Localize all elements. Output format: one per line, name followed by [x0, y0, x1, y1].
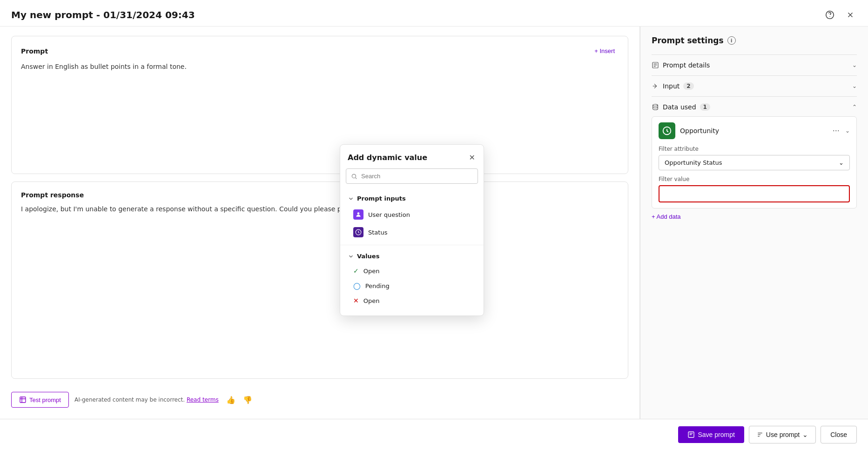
thumbs-down-button[interactable]: 👎: [243, 396, 252, 404]
settings-title: Prompt settings i: [652, 36, 857, 45]
response-title: Prompt response: [21, 191, 619, 199]
title-bar: My new prompt - 01/31/2024 09:43: [0, 0, 868, 27]
value-open-x-item[interactable]: ✕ Open: [340, 293, 484, 308]
value-open-x-label: Open: [363, 297, 380, 304]
popup-divider: [340, 245, 484, 245]
save-prompt-button[interactable]: Save prompt: [678, 426, 744, 443]
popup-title: Add dynamic value: [348, 153, 427, 162]
prompt-inputs-section: Prompt inputs User question Status: [340, 189, 484, 243]
opportunity-icon: [659, 122, 675, 139]
dynamic-value-popup: Add dynamic value ✕ Prompt inputs: [340, 144, 484, 316]
check-icon: ✓: [353, 267, 359, 275]
close-icon[interactable]: [844, 8, 857, 21]
section-chevron-icon: [348, 195, 354, 202]
opportunity-more-button[interactable]: ···: [831, 126, 841, 136]
data-used-header[interactable]: Data used 1 ⌃: [652, 103, 857, 111]
opportunity-header: Opportunity ··· ⌄: [659, 122, 850, 139]
values-section: Values ✓ Open ◯ Pending ✕ Open: [340, 247, 484, 310]
filter-value-input[interactable]: [660, 187, 848, 201]
value-open-check-label: Open: [363, 268, 380, 275]
svg-point-4: [352, 174, 356, 178]
thumbs-up-button[interactable]: 👍: [226, 396, 236, 404]
opportunity-chevron[interactable]: ⌄: [845, 128, 850, 134]
title-bar-actions: [823, 8, 857, 21]
left-footer: Test prompt AI-generated content may be …: [11, 386, 628, 410]
values-title: Values: [357, 253, 379, 260]
search-icon: [351, 173, 357, 180]
values-chevron-icon: [348, 253, 354, 260]
filter-value-section: Filter value: [659, 176, 850, 202]
value-open-check-item[interactable]: ✓ Open: [340, 263, 484, 278]
popup-search-container: [346, 168, 478, 184]
svg-point-1: [653, 104, 658, 106]
input-icon: [652, 82, 659, 90]
input-header[interactable]: Input 2 ⌄: [652, 82, 857, 90]
filter-attribute-chevron: ⌄: [839, 159, 844, 166]
prompt-details-section: Prompt details ⌄: [652, 54, 857, 75]
user-question-icon: [353, 209, 363, 220]
response-card: Prompt response I apologize, but I'm una…: [11, 181, 628, 379]
save-icon: [687, 431, 695, 438]
test-prompt-label: Test prompt: [29, 396, 61, 403]
prompt-details-header[interactable]: Prompt details ⌄: [652, 61, 857, 69]
main-window: My new prompt - 01/31/2024 09:43 Prompt: [0, 0, 868, 450]
close-button[interactable]: Close: [821, 426, 857, 443]
user-question-item[interactable]: User question: [340, 206, 484, 223]
add-data-button[interactable]: + Add data: [652, 208, 681, 222]
left-panel: Prompt + Insert Answer in English as bul…: [0, 27, 640, 419]
data-used-section: Data used 1 ⌃: [652, 96, 857, 228]
right-panel: Prompt settings i Prompt details ⌄: [640, 27, 868, 419]
insert-button[interactable]: + Insert: [591, 46, 619, 56]
values-header[interactable]: Values: [340, 249, 484, 263]
status-label: Status: [368, 229, 387, 236]
filter-attribute-section: Filter attribute Opportunity Status ⌄: [659, 146, 850, 170]
status-item[interactable]: Status: [340, 223, 484, 241]
filter-value-label: Filter value: [659, 176, 850, 182]
input-label: Input: [663, 82, 680, 90]
prompt-card-title: Prompt: [21, 47, 48, 55]
user-question-label: User question: [368, 211, 410, 218]
settings-info-icon[interactable]: i: [727, 36, 736, 45]
input-badge: 2: [683, 82, 693, 90]
opportunity-name: Opportunity: [680, 127, 826, 134]
input-chevron: ⌄: [852, 83, 857, 89]
status-icon: [353, 227, 363, 237]
popup-close-icon[interactable]: ✕: [468, 152, 476, 163]
filter-value-input-wrapper: [659, 185, 850, 202]
input-section: Input 2 ⌄: [652, 75, 857, 96]
filter-attribute-dropdown[interactable]: Opportunity Status ⌄: [659, 155, 850, 170]
test-prompt-button[interactable]: Test prompt: [11, 392, 69, 408]
prompt-inputs-title: Prompt inputs: [357, 195, 406, 202]
data-used-icon: [652, 103, 659, 111]
use-icon: [757, 431, 763, 438]
popup-header: Add dynamic value ✕: [340, 145, 484, 168]
use-prompt-chevron: ⌄: [802, 431, 808, 438]
data-used-badge: 1: [700, 103, 710, 111]
help-icon[interactable]: [823, 8, 836, 21]
x-icon: ✕: [353, 297, 359, 304]
window-title: My new prompt - 01/31/2024 09:43: [11, 9, 195, 20]
prompt-card: Prompt + Insert Answer in English as bul…: [11, 36, 628, 174]
prompt-details-icon: [652, 61, 659, 69]
prompt-details-label: Prompt details: [663, 61, 710, 69]
use-prompt-button[interactable]: Use prompt ⌄: [749, 426, 816, 443]
read-terms-link[interactable]: Read terms: [187, 396, 219, 403]
response-content: I apologize, but I'm unable to generate …: [21, 204, 619, 214]
clock-icon: ◯: [353, 282, 361, 289]
value-pending-label: Pending: [365, 282, 390, 289]
filter-attribute-value: Opportunity Status: [665, 159, 722, 166]
opportunity-actions: ··· ⌄: [831, 126, 850, 136]
ai-notice: AI-generated content may be incorrect. R…: [74, 396, 219, 403]
prompt-content: Answer in English as bullet points in a …: [21, 62, 619, 72]
data-used-label: Data used: [663, 103, 696, 111]
svg-point-5: [357, 212, 360, 215]
prompt-details-chevron: ⌄: [852, 62, 857, 68]
data-used-content: Opportunity ··· ⌄ Filter attribute Oppor…: [652, 116, 857, 222]
test-icon: [19, 396, 27, 403]
prompt-inputs-header[interactable]: Prompt inputs: [340, 191, 484, 206]
search-input[interactable]: [361, 173, 473, 180]
value-pending-item[interactable]: ◯ Pending: [340, 278, 484, 293]
data-used-chevron: ⌃: [852, 104, 857, 110]
prompt-card-header: Prompt + Insert: [21, 46, 619, 56]
bottom-bar: Save prompt Use prompt ⌄ Close: [0, 419, 868, 450]
